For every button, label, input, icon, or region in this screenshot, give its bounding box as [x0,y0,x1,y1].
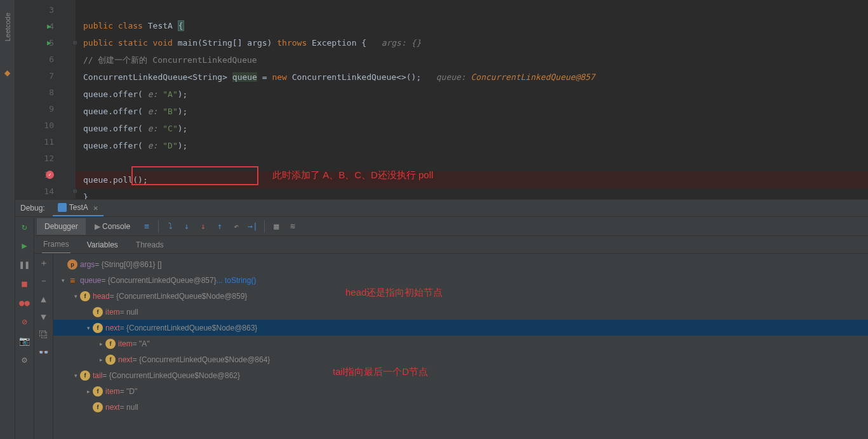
variable-row[interactable]: ▸fitem = "A" [53,336,868,351]
camera-icon[interactable]: 📷 [19,335,30,346]
run-to-cursor-icon[interactable]: →| [245,219,260,234]
debug-run-tab[interactable]: TestA × [53,200,103,216]
var-name: next [118,355,133,364]
leetcode-tool-tab[interactable]: Leetcode [4,13,11,41]
drop-frame-icon[interactable]: ↶ [229,219,244,234]
variable-row[interactable]: ▸fitem = "D" [53,383,868,399]
code-line[interactable]: // 创建一个新的 ConcurrentLinkedQueue [76,51,868,69]
threads-icon[interactable]: ≡ [139,219,154,234]
var-value: = {ConcurrentLinkedQueue$Node@859} [110,292,248,301]
gutter-line[interactable]: 3 [15,1,76,18]
view-breakpoints-icon[interactable]: ●● [19,297,30,308]
leetcode-icon[interactable]: ◆ [4,67,11,79]
variable-row[interactable]: ▸fnext = {ConcurrentLinkedQueue$Node@864… [53,351,868,367]
var-value: = null [120,308,138,317]
var-name: tail [93,371,102,380]
glasses-icon[interactable]: 👓 [38,346,50,358]
variable-row[interactable]: ▾fnext = {ConcurrentLinkedQueue$Node@863… [53,320,868,336]
duplicate-icon[interactable]: ⿻ [38,329,50,340]
gutter-line[interactable]: 13 [15,166,76,183]
code-line[interactable]: } [76,188,868,199]
run-gutter-icon[interactable]: ▶ [47,39,51,47]
frames-tab[interactable]: Frames [42,236,70,253]
gutter[interactable]: 34▶5▶⊟67891011121314⊟ [15,0,76,199]
equals-icon: ≡ [67,275,77,285]
debug-sidebar: ↻ ▶ ❚❚ ■ ●● ⊘ 📷 ⚙ [15,217,34,439]
run-gutter-icon[interactable]: ▶ [47,22,51,30]
new-watch-icon[interactable]: ＋ [38,258,50,269]
variables-tab[interactable]: Variables [86,237,119,253]
settings-icon[interactable]: ⚙ [19,354,30,365]
stop-icon[interactable]: ■ [19,278,30,289]
code-line[interactable]: queue.offer( e: "D"); [76,137,868,154]
chevron-icon[interactable]: ▾ [58,277,67,284]
variable-row[interactable]: fitem = null [53,304,868,320]
gutter-line[interactable]: 5▶⊟ [15,34,76,51]
mute-breakpoints-icon[interactable]: ⊘ [19,316,30,327]
chevron-icon[interactable]: ▸ [97,341,105,347]
gutter-line[interactable]: 10 [15,117,76,133]
console-tab[interactable]: ▶ Console [87,218,138,235]
main-area: 34▶5▶⊟67891011121314⊟ public class TestA… [15,0,868,439]
evaluate-icon[interactable]: ▦ [269,219,284,234]
trace-icon[interactable]: ≋ [285,219,300,234]
code-line[interactable]: queue.offer( e: "A"); [76,86,868,103]
code-area[interactable]: public class TestA { public static void … [76,0,868,199]
threads-tab[interactable]: Threads [135,237,165,253]
gutter-line[interactable]: 12 [15,150,76,166]
debug-title: Debug: [20,204,45,213]
chevron-icon[interactable]: ▾ [71,372,80,379]
down-icon[interactable]: ▼ [38,311,50,322]
gutter-line[interactable]: 7 [15,67,76,84]
console-label: Console [102,222,130,231]
breakpoint-icon[interactable] [46,171,54,179]
gutter-line[interactable]: 14⊟ [15,183,76,199]
var-badge-icon: p [67,259,77,270]
var-value: = {String[0]@861} [] [95,260,161,269]
code-line[interactable] [76,0,868,17]
left-tool-strip: Leetcode ◆ [0,0,15,439]
debug-tab-label: TestA [69,203,88,212]
tostring-link[interactable]: ... toString() [217,276,257,285]
code-line[interactable]: queue.offer( e: "C"); [76,120,868,137]
close-icon[interactable]: × [93,203,98,213]
highlight-box [131,166,258,185]
rerun-icon[interactable]: ↻ [19,221,30,232]
gutter-line[interactable]: 11 [15,133,76,150]
var-badge-icon: f [105,339,116,349]
variables-tree[interactable]: pargs = {String[0]@861} []▾≡queue = {Con… [53,254,868,439]
code-line[interactable]: public class TestA { [76,17,868,34]
chevron-icon[interactable]: ▸ [97,357,105,363]
step-into-icon[interactable]: ↓ [179,219,194,234]
run-config-icon [58,203,67,212]
gutter-line[interactable]: 9 [15,100,76,117]
remove-watch-icon[interactable]: － [38,275,50,287]
gutter-line[interactable]: 4▶ [15,18,76,34]
variable-row[interactable]: pargs = {String[0]@861} [] [53,256,868,272]
variable-row[interactable]: ▾ftail = {ConcurrentLinkedQueue$Node@862… [53,367,868,383]
code-line[interactable]: queue.offer( e: "B"); [76,103,868,120]
editor-area: 34▶5▶⊟67891011121314⊟ public class TestA… [15,0,868,199]
chevron-icon[interactable]: ▾ [71,293,80,299]
var-name: head [93,292,110,301]
chevron-icon[interactable]: ▸ [84,388,93,395]
force-step-into-icon[interactable]: ↓ [196,219,211,234]
code-line[interactable]: public static void main(String[] args) t… [76,34,868,51]
var-badge-icon: f [93,307,103,317]
variable-row[interactable]: ▾≡queue = {ConcurrentLinkedQueue@857} ..… [53,272,868,288]
step-over-icon[interactable]: ⤵ [163,219,178,234]
chevron-icon[interactable]: ▾ [84,325,93,331]
gutter-line[interactable]: 6 [15,51,76,67]
step-out-icon[interactable]: ↑ [212,219,227,234]
variable-row[interactable]: fnext = null [53,399,868,415]
var-badge-icon: f [93,402,103,412]
code-line[interactable]: ConcurrentLinkedQueue<String> queue = ne… [76,69,868,86]
gutter-line[interactable]: 8 [15,84,76,100]
debugger-tab[interactable]: Debugger [37,218,86,235]
pause-icon[interactable]: ❚❚ [19,259,30,270]
resume-icon[interactable]: ▶ [19,240,30,251]
variable-row[interactable]: ▾fhead = {ConcurrentLinkedQueue$Node@859… [53,288,868,304]
up-icon[interactable]: ▲ [38,293,50,305]
var-name: item [105,387,120,396]
var-badge-icon: f [105,355,116,365]
